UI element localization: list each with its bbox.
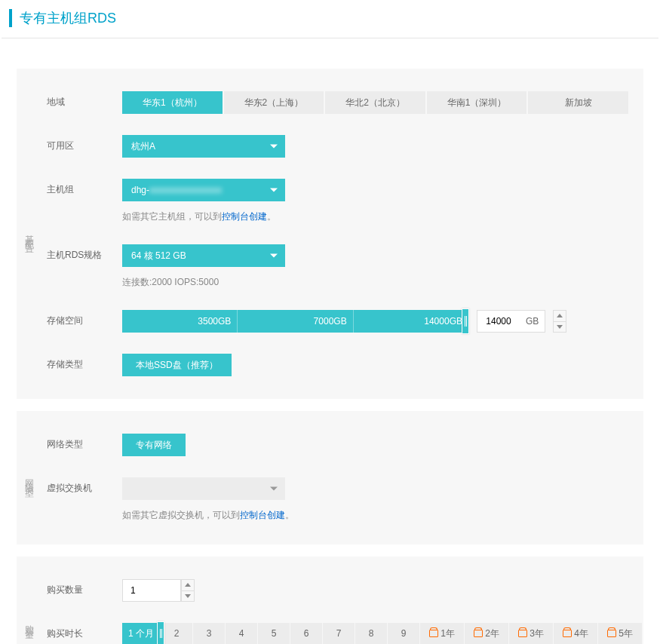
label-hostgroup: 主机组	[47, 179, 122, 196]
duration-y2[interactable]: 2年	[465, 623, 508, 644]
storage-up-button[interactable]	[554, 311, 566, 322]
panel-label-basic: 基本配置	[23, 228, 35, 240]
gift-icon	[474, 630, 483, 637]
gift-icon	[607, 630, 616, 637]
row-region: 地域 华东1（杭州） 华东2（上海） 华北2（北京） 华南1（深圳） 新加坡	[47, 91, 628, 114]
storage-spinner	[553, 310, 566, 333]
region-tab-0[interactable]: 华东1（杭州）	[122, 91, 223, 114]
duration-handle[interactable]	[157, 621, 164, 644]
duration-m4[interactable]: 4	[226, 623, 257, 644]
duration-y1[interactable]: 1年	[420, 623, 464, 644]
label-storage: 存储空间	[47, 310, 122, 327]
label-qty: 购买数量	[47, 579, 122, 596]
region-tabs: 华东1（杭州） 华东2（上海） 华北2（北京） 华南1（深圳） 新加坡	[122, 91, 628, 114]
duration-m5[interactable]: 5	[258, 623, 290, 644]
storage-tick-0: 3500GB	[122, 310, 238, 333]
label-vswitch: 虚拟交换机	[47, 477, 122, 495]
storage-down-button[interactable]	[554, 322, 566, 333]
hostgroup-hint: 如需其它主机组，可以到控制台创建。	[122, 210, 628, 223]
label-nettype: 网络类型	[47, 434, 122, 451]
spec-sub: 连接数:2000 IOPS:5000	[122, 276, 628, 289]
caret-down-icon	[557, 325, 563, 329]
storage-slider-handle[interactable]	[462, 308, 469, 334]
qty-spinner	[181, 579, 195, 602]
gift-icon	[518, 630, 527, 637]
region-tab-2[interactable]: 华北2（北京）	[325, 91, 425, 114]
caret-down-icon	[185, 594, 191, 598]
label-zone: 可用区	[47, 135, 122, 152]
duration-bar: 1 个月 2 3 4 5 6 7 8 9 1年 2年 3年 4年	[122, 623, 642, 644]
panel-label-purchase: 购买量	[23, 618, 35, 627]
vswitch-hint: 如需其它虚拟交换机，可以到控制台创建。	[122, 509, 628, 522]
spec-select[interactable]: 64 核 512 GB	[122, 244, 285, 267]
panel-purchase: 购买量 购买数量 购买时长	[17, 557, 643, 644]
page-header: 专有主机组RDS	[9, 9, 658, 27]
chevron-down-icon	[270, 145, 278, 149]
duration-m7[interactable]: 7	[323, 623, 355, 644]
panel-basic: 基本配置 地域 华东1（杭州） 华东2（上海） 华北2（北京） 华南1（深圳） …	[17, 69, 643, 399]
row-nettype: 网络类型 专有网络	[47, 434, 628, 456]
hostgroup-value: dhg-xxxxxxxxxxxxxxxx	[131, 185, 222, 195]
hostgroup-console-link[interactable]: 控制台创建	[222, 211, 267, 222]
region-tab-3[interactable]: 华南1（深圳）	[427, 91, 527, 114]
nettype-pill[interactable]: 专有网络	[122, 434, 186, 456]
duration-m3[interactable]: 3	[193, 623, 225, 644]
duration-y3[interactable]: 3年	[509, 623, 553, 644]
duration-m9[interactable]: 9	[388, 623, 419, 644]
storage-tick-1: 7000GB	[238, 310, 353, 333]
row-zone: 可用区 杭州A	[47, 135, 628, 158]
storage-tick-2: 14000GB	[354, 310, 469, 333]
storage-slider[interactable]: 3500GB 7000GB 14000GB	[122, 310, 469, 333]
chevron-down-icon	[270, 487, 278, 491]
chevron-down-icon	[270, 189, 278, 192]
row-spec: 主机RDS规格 64 核 512 GB 连接数:2000 IOPS:5000	[47, 244, 628, 289]
label-region: 地域	[47, 91, 122, 109]
gift-icon	[429, 630, 438, 637]
qty-up-button[interactable]	[182, 580, 194, 591]
label-storage-type: 存储类型	[47, 354, 122, 371]
zone-select[interactable]: 杭州A	[122, 135, 285, 158]
duration-m8[interactable]: 8	[355, 623, 387, 644]
qty-wrap	[122, 579, 195, 602]
hostgroup-select[interactable]: dhg-xxxxxxxxxxxxxxxx	[122, 179, 285, 201]
region-tab-4[interactable]: 新加坡	[528, 91, 628, 114]
qty-down-button[interactable]	[182, 591, 194, 602]
gift-icon	[563, 630, 572, 637]
duration-m2[interactable]: 2	[161, 623, 192, 644]
storage-input-wrap: GB	[477, 310, 545, 333]
duration-y4[interactable]: 4年	[554, 623, 597, 644]
row-vswitch: 虚拟交换机 如需其它虚拟交换机，可以到控制台创建。	[47, 477, 628, 522]
caret-up-icon	[557, 314, 563, 317]
label-duration: 购买时长	[47, 623, 122, 640]
spec-value: 64 核 512 GB	[131, 250, 186, 261]
row-duration: 购买时长 1 个月 2 3 4 5 6 7 8 9 1	[47, 623, 628, 644]
duration-y5[interactable]: 5年	[598, 623, 642, 644]
region-tab-1[interactable]: 华东2（上海）	[224, 91, 324, 114]
page-title: 专有主机组RDS	[20, 9, 658, 27]
row-storage: 存储空间 3500GB 7000GB 14000GB GB	[47, 310, 628, 333]
caret-up-icon	[185, 583, 191, 587]
chevron-down-icon	[270, 254, 278, 258]
storage-type-pill[interactable]: 本地SSD盘（推荐）	[122, 354, 232, 376]
duration-m6[interactable]: 6	[290, 623, 322, 644]
zone-value: 杭州A	[131, 141, 155, 152]
label-spec: 主机RDS规格	[47, 244, 122, 262]
storage-unit: GB	[520, 316, 545, 327]
row-hostgroup: 主机组 dhg-xxxxxxxxxxxxxxxx 如需其它主机组，可以到控制台创…	[47, 179, 628, 223]
duration-active[interactable]: 1 个月	[122, 623, 160, 644]
panel-label-network: 网络类型	[23, 472, 35, 484]
storage-input[interactable]	[477, 311, 520, 332]
row-storage-type: 存储类型 本地SSD盘（推荐）	[47, 354, 628, 376]
vswitch-select[interactable]	[122, 477, 285, 500]
row-qty: 购买数量	[47, 579, 628, 602]
vswitch-console-link[interactable]: 控制台创建	[240, 510, 285, 520]
panel-network: 网络类型 网络类型 专有网络 虚拟交换机 如需其它虚拟交换机，可以到控制台创建。	[17, 411, 643, 544]
qty-input[interactable]	[122, 579, 181, 602]
